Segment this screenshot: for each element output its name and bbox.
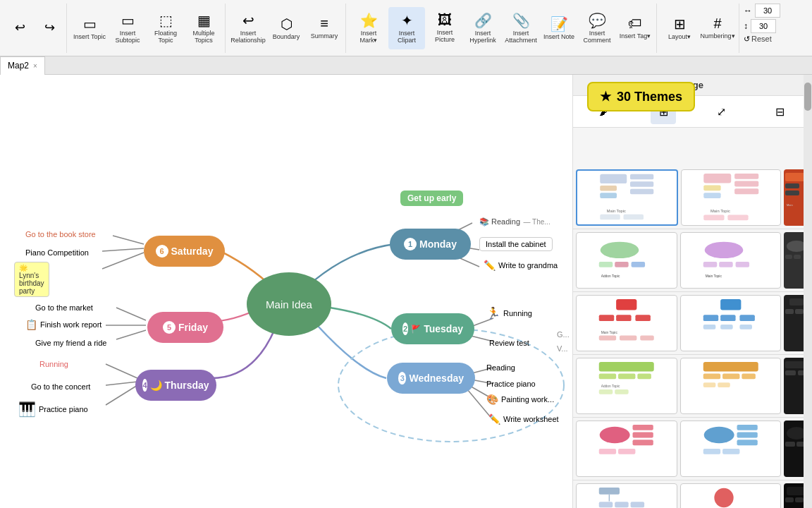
theme-13[interactable] (576, 421, 677, 477)
svg-rect-77 (599, 389, 613, 394)
theme-11[interactable] (680, 358, 782, 414)
insert-relationship-btn[interactable]: ↩ Insert Relationship (230, 7, 266, 49)
svg-rect-30 (703, 193, 720, 198)
multiple-topics-label: Multiple Topics (187, 30, 221, 44)
theme-5[interactable]: Main Topic (680, 232, 782, 289)
insert-picture-btn[interactable]: 🖼 Insert Picture (426, 7, 463, 49)
redo-btn[interactable]: ↪ (35, 7, 63, 49)
scroll-thumb[interactable] (804, 83, 811, 111)
saturday-node[interactable]: 6 Saturday (144, 236, 225, 267)
sat-piano[interactable]: Piano Competition (25, 246, 89, 258)
sat-bookstore[interactable]: Go to the book store (25, 227, 96, 240)
friday-node[interactable]: 5 Friday (147, 312, 223, 343)
numbering-icon: # (713, 16, 721, 32)
boundary-btn[interactable]: ⬡ Boundary (268, 7, 304, 49)
canvas[interactable]: Main Idea Get up early 1 Monday 📚 Readin… (0, 75, 572, 508)
monday-reading[interactable]: 📚 Reading — The... (479, 214, 550, 227)
insert-comment-btn[interactable]: 💬 Insert Comment (579, 7, 615, 49)
svg-rect-31 (734, 174, 758, 179)
thu-concert[interactable]: Go to the concert (31, 380, 90, 392)
insert-clipart-btn[interactable]: ✦ Insert Clipart (388, 7, 425, 49)
theme-1[interactable]: Main Topic (576, 169, 678, 226)
fullscreen-btn[interactable]: ⤢ (709, 99, 734, 124)
theme-4[interactable]: Addon Topic (576, 232, 677, 289)
insert-tag-btn[interactable]: 🏷 Insert Tag▾ (617, 7, 653, 49)
theme-10[interactable]: Addon Topic (576, 358, 677, 414)
svg-rect-81 (722, 373, 739, 379)
layout-label: Layout▾ (668, 34, 691, 41)
tuesday-review[interactable]: Review test (489, 336, 529, 349)
more-btn[interactable]: ⊟ (768, 99, 793, 124)
theme-14[interactable] (680, 421, 782, 477)
fri-market[interactable]: Go to the market (35, 301, 93, 313)
width-input[interactable] (755, 4, 780, 18)
svg-rect-32 (734, 181, 758, 187)
tuesday-g[interactable]: G... (557, 327, 570, 340)
tuesday-running[interactable]: 🏃 Running (486, 306, 532, 320)
get-up-early-callout[interactable]: Get up early (400, 190, 463, 206)
monday-install[interactable]: Install the cabinet (479, 237, 553, 251)
layout-btn[interactable]: ⊞ Layout▾ (661, 7, 698, 49)
insert-subtopic-btn[interactable]: ▭ Insert Subtopic (109, 7, 146, 49)
multiple-topics-btn[interactable]: ▦ Multiple Topics (185, 7, 222, 49)
reset-label[interactable]: Reset (751, 35, 772, 43)
monday-write[interactable]: ✏️ Write to grandma (484, 260, 558, 271)
theme-17[interactable] (680, 483, 782, 508)
birthday-note[interactable]: 🌟 Lynn's birthday party (14, 262, 49, 297)
wed-reading[interactable]: Reading (486, 361, 515, 373)
theme-row-4: Addon Topic (573, 355, 812, 418)
svg-rect-26 (600, 214, 620, 220)
theme-2[interactable]: Main Topic (681, 169, 782, 226)
insert-hyperlink-btn[interactable]: 🔗 Insert Hyperlink (465, 7, 501, 49)
svg-rect-20 (600, 186, 617, 191)
insert-note-btn[interactable]: 📝 Insert Note (541, 7, 577, 49)
insert-topic-btn[interactable]: ▭ Insert Topic (71, 7, 108, 49)
picture-icon: 🖼 (438, 12, 452, 28)
note-icon: 📝 (550, 16, 568, 32)
boundary-label: Boundary (273, 34, 300, 41)
svg-line-15 (113, 236, 144, 244)
floating-topic-btn[interactable]: ⬚ Floating Topic (147, 7, 184, 49)
wednesday-node[interactable]: 3 Wednesday (387, 363, 475, 394)
wed-piano[interactable]: Practice piano (486, 377, 536, 389)
svg-rect-105 (599, 502, 613, 507)
scroll-track[interactable] (804, 75, 812, 508)
main-idea-node[interactable]: Main Idea (247, 272, 331, 336)
friday-label: Friday (178, 322, 208, 333)
thu-piano[interactable]: 🎹 Practice piano (18, 401, 88, 418)
summary-btn[interactable]: ≡ Summary (306, 7, 343, 49)
numbering-btn[interactable]: # Numbering▾ (699, 7, 736, 49)
theme-8[interactable] (680, 295, 782, 351)
tuesday-v[interactable]: V... (557, 341, 568, 354)
thu-running[interactable]: Running (39, 357, 68, 370)
fri-work[interactable]: 📋 Finish work report (25, 319, 102, 330)
insert-attachment-btn[interactable]: 📎 Insert Attachment (503, 7, 539, 49)
svg-rect-38 (785, 183, 799, 188)
svg-text:Main Topic: Main Topic (607, 209, 626, 213)
main-idea-label: Main Idea (266, 298, 312, 310)
insert-mark-btn[interactable]: ⭐ Insert Mark▾ (350, 7, 387, 49)
friday-badge: 5 (163, 321, 176, 334)
svg-rect-107 (631, 502, 645, 507)
right-panel: Page 🖌 ⊞ ⤢ ⊟ ★ 30 Themes (572, 75, 812, 508)
tuesday-node[interactable]: 2 🚩 Tuesday (391, 313, 474, 344)
height-input[interactable] (751, 19, 776, 33)
theme-16[interactable]: Main Topic (576, 483, 677, 508)
thursday-node[interactable]: 4 🌙 Thursday (135, 370, 216, 401)
attachment-label: Insert Attachment (504, 30, 538, 44)
wed-painting[interactable]: 🎨 Painting work... (486, 394, 554, 405)
theme-row-1: Main Topic Main Topic (573, 167, 812, 229)
svg-rect-93 (618, 449, 635, 454)
undo-btn[interactable]: ↩ (6, 7, 34, 49)
comment-icon: 💬 (589, 12, 606, 29)
themes-button[interactable]: ★ 30 Themes (587, 82, 695, 111)
fri-friend[interactable]: Give my friend a ride (35, 336, 106, 349)
wed-worksheet[interactable]: ✏️ Write worksheet (488, 413, 559, 425)
tab-close[interactable]: × (33, 62, 37, 70)
svg-rect-69 (789, 298, 804, 306)
monday-node[interactable]: 1 Monday (390, 229, 471, 260)
svg-rect-114 (785, 497, 794, 502)
tab-map2[interactable]: Map2 × (0, 56, 45, 75)
theme-7[interactable]: Main Topic (576, 295, 677, 351)
svg-rect-92 (599, 449, 616, 454)
